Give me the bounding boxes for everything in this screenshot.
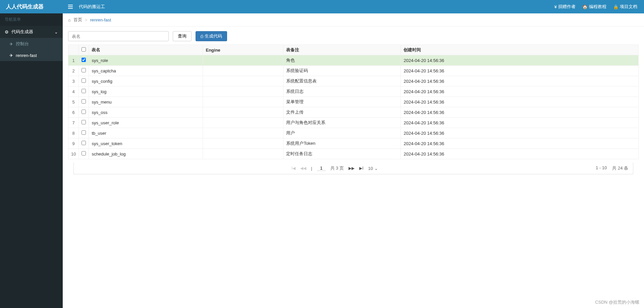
- row-checkbox[interactable]: [82, 99, 86, 104]
- row-created: 2024-04-20 14:56:36: [401, 86, 639, 97]
- row-name: sys_user_token: [89, 138, 203, 149]
- row-checkbox[interactable]: [82, 89, 86, 93]
- sidebar: 导航菜单 ⚙ 代码生成器 ⌄ ✈ 控制台 ✈ renren-fast: [0, 13, 63, 308]
- row-checkbox[interactable]: [82, 151, 86, 156]
- row-engine: [203, 118, 283, 128]
- col-name-header: 表名: [89, 45, 203, 55]
- row-checkbox[interactable]: [82, 130, 86, 135]
- page-prev-button[interactable]: ◀◀: [300, 166, 306, 171]
- row-index: 7: [68, 118, 79, 128]
- sidebar-item-console[interactable]: ✈ 控制台: [0, 38, 63, 50]
- row-index: 4: [68, 86, 79, 97]
- row-checkbox[interactable]: [82, 78, 86, 83]
- header-subtitle: 代码的搬运工: [79, 4, 105, 10]
- hamburger-icon[interactable]: [68, 5, 73, 9]
- row-created: 2024-04-20 14:56:36: [401, 97, 639, 107]
- col-index-header: [68, 45, 79, 55]
- row-comment: 系统日志: [283, 86, 401, 97]
- row-checkbox[interactable]: [82, 110, 86, 114]
- row-engine: [203, 107, 283, 118]
- breadcrumb-home[interactable]: 首页: [73, 17, 82, 23]
- table-row[interactable]: 7sys_user_role用户与角色对应关系2024-04-20 14:56:…: [68, 118, 639, 128]
- generate-icon: ⎙: [201, 34, 203, 39]
- row-created: 2024-04-20 14:56:36: [401, 149, 639, 159]
- row-comment: 系统配置信息表: [283, 76, 401, 86]
- sidebar-item-label: 控制台: [16, 41, 29, 47]
- data-table: 表名 Engine 表备注 创建时间 1sys_role角色2024-04-20…: [68, 45, 639, 159]
- watermark: CSDN @拾荒的小海螺: [595, 299, 639, 305]
- query-label: 查询: [178, 33, 186, 39]
- header: 人人代码生成器 代码的搬运工 ¥ 捐赠作者 🏠 编程教程 🔒 项目文档: [0, 0, 644, 13]
- page-next-button[interactable]: ▶▶: [348, 166, 355, 171]
- row-name: sys_config: [89, 76, 203, 86]
- row-engine: [203, 128, 283, 138]
- table-row[interactable]: 10schedule_job_log定时任务日志2024-04-20 14:56…: [68, 149, 639, 159]
- header-right: ¥ 捐赠作者 🏠 编程教程 🔒 项目文档: [554, 4, 644, 10]
- donate-link[interactable]: ¥ 捐赠作者: [554, 4, 576, 10]
- row-created: 2024-04-20 14:56:36: [401, 107, 639, 118]
- lock-icon: 🔒: [613, 4, 619, 9]
- row-engine: [203, 138, 283, 149]
- page-first-button[interactable]: I◀: [291, 166, 296, 171]
- main: ⌂ 首页 > renren-fast 查询 ⎙ 生成代码: [63, 13, 644, 308]
- col-engine-header: Engine: [203, 45, 283, 55]
- tutorial-label: 编程教程: [589, 4, 606, 10]
- row-name: sys_captcha: [89, 66, 203, 76]
- select-all-checkbox[interactable]: [82, 47, 86, 52]
- row-name: sys_role: [89, 55, 203, 66]
- sidebar-parent-label: 代码生成器: [11, 29, 33, 35]
- row-checkbox[interactable]: [82, 120, 86, 124]
- sidebar-title: 导航菜单: [0, 13, 63, 26]
- page-size-select[interactable]: 10 ⌄: [368, 166, 378, 171]
- sidebar-item-label: renren-fast: [16, 53, 37, 58]
- sidebar-item-renren-fast[interactable]: ✈ renren-fast: [0, 50, 63, 61]
- tutorial-link[interactable]: 🏠 编程教程: [582, 4, 606, 10]
- search-input[interactable]: [68, 31, 169, 41]
- generate-button[interactable]: ⎙ 生成代码: [196, 31, 227, 41]
- pagination-total: 共 24 条: [612, 165, 628, 171]
- row-checkbox[interactable]: [82, 141, 86, 145]
- table-row[interactable]: 2sys_captcha系统验证码2024-04-20 14:56:36: [68, 66, 639, 76]
- row-checkbox[interactable]: [82, 68, 86, 72]
- row-created: 2024-04-20 14:56:36: [401, 128, 639, 138]
- table-row[interactable]: 4sys_log系统日志2024-04-20 14:56:36: [68, 86, 639, 97]
- row-created: 2024-04-20 14:56:36: [401, 76, 639, 86]
- row-index: 9: [68, 138, 79, 149]
- row-index: 10: [68, 149, 79, 159]
- table-row[interactable]: 1sys_role角色2024-04-20 14:56:36: [68, 55, 639, 66]
- row-name: tb_user: [89, 128, 203, 138]
- plane-icon: ✈: [9, 53, 13, 58]
- row-engine: [203, 86, 283, 97]
- home-icon: 🏠: [582, 4, 588, 9]
- donate-label: 捐赠作者: [558, 4, 576, 10]
- page-last-button[interactable]: ▶I: [359, 166, 363, 171]
- row-checkbox[interactable]: [82, 58, 86, 62]
- page-input[interactable]: [317, 166, 326, 171]
- breadcrumb-separator: >: [85, 17, 88, 22]
- chevron-down-icon: ⌄: [54, 29, 58, 35]
- table-row[interactable]: 8tb_user用户2024-04-20 14:56:36: [68, 128, 639, 138]
- query-button[interactable]: 查询: [173, 31, 192, 41]
- row-index: 1: [68, 55, 79, 66]
- chevron-down-icon: ⌄: [374, 166, 378, 171]
- sidebar-parent-codegen[interactable]: ⚙ 代码生成器 ⌄: [0, 26, 63, 38]
- col-comment-header: 表备注: [283, 45, 401, 55]
- row-index: 2: [68, 66, 79, 76]
- breadcrumb-current: renren-fast: [90, 17, 111, 22]
- table-row[interactable]: 9sys_user_token系统用户Token2024-04-20 14:56…: [68, 138, 639, 149]
- pagination-sep: |: [311, 166, 312, 171]
- pagination: I◀ ◀◀ | 共 3 页 ▶▶ ▶I 10 ⌄ 1 - 10: [73, 163, 633, 174]
- table-row[interactable]: 5sys_menu菜单管理2024-04-20 14:56:36: [68, 97, 639, 107]
- docs-link[interactable]: 🔒 项目文档: [613, 4, 637, 10]
- col-check-header: [79, 45, 89, 55]
- row-comment: 系统验证码: [283, 66, 401, 76]
- row-name: schedule_job_log: [89, 149, 203, 159]
- row-name: sys_menu: [89, 97, 203, 107]
- row-comment: 定时任务日志: [283, 149, 401, 159]
- row-name: sys_oss: [89, 107, 203, 118]
- table-row[interactable]: 3sys_config系统配置信息表2024-04-20 14:56:36: [68, 76, 639, 86]
- docs-label: 项目文档: [620, 4, 637, 10]
- table-row[interactable]: 6sys_oss文件上传2024-04-20 14:56:36: [68, 107, 639, 118]
- breadcrumb: ⌂ 首页 > renren-fast: [63, 13, 644, 26]
- gear-icon: ⚙: [5, 29, 9, 35]
